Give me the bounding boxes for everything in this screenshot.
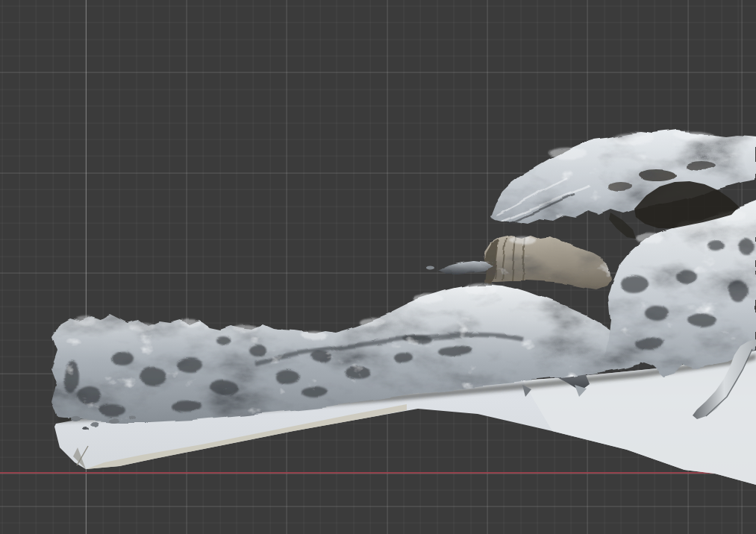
cavity-dark-curl: [609, 213, 636, 239]
thin-flap-floater: [425, 266, 434, 269]
scene-canvas: [0, 0, 756, 534]
rock-scan-object[interactable]: [51, 131, 756, 485]
thin-flap-mesh[interactable]: [437, 260, 493, 274]
3d-viewport[interactable]: [0, 0, 756, 534]
